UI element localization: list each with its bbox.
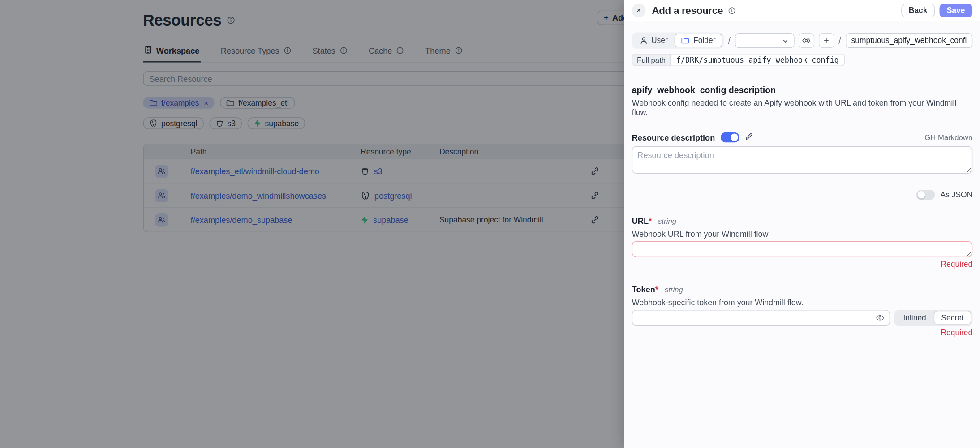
new-folder-button[interactable]: + xyxy=(819,33,834,48)
resource-type-description-heading: apify_webhook_config description xyxy=(632,85,972,95)
close-icon[interactable]: × xyxy=(632,4,646,17)
eye-icon xyxy=(802,37,811,44)
user-icon xyxy=(640,37,648,44)
resource-description-row: Resource description GH Markdown xyxy=(632,132,972,142)
add-resource-drawer: × Add a resource Back Save User xyxy=(624,0,980,448)
full-path-value: f/DRK/sumptuous_apify_webhook_config xyxy=(670,54,845,66)
as-json-label: As JSON xyxy=(941,191,973,200)
token-required-error: Required xyxy=(632,329,972,337)
full-path: Full path f/DRK/sumptuous_apify_webhook_… xyxy=(632,54,845,66)
owner-kind-toggle: User Folder xyxy=(632,33,724,49)
token-field-label: Token* xyxy=(632,285,658,294)
owner-user-option[interactable]: User xyxy=(633,34,675,47)
markdown-hint: GH Markdown xyxy=(924,133,972,142)
url-field-help: Webhook URL from your Windmill flow. xyxy=(632,229,972,239)
owner-folder-option[interactable]: Folder xyxy=(675,34,722,47)
url-input[interactable] xyxy=(632,241,972,257)
resource-description-textarea[interactable] xyxy=(632,146,972,174)
path-builder: User Folder / + / xyxy=(632,33,972,49)
required-asterisk: * xyxy=(655,285,658,294)
drawer-title: Add a resource xyxy=(652,4,723,16)
token-input[interactable] xyxy=(637,313,876,323)
drawer-header: × Add a resource Back Save xyxy=(624,0,980,21)
token-storage-toggle: Inlined Secret xyxy=(894,310,972,326)
as-json-toggle[interactable] xyxy=(916,190,935,200)
token-field-label-row: Token* string xyxy=(632,285,972,294)
plus-icon: + xyxy=(824,36,829,46)
token-field-help: Webhook-specific token from your Windmil… xyxy=(632,298,972,307)
token-row: Inlined Secret xyxy=(632,310,972,326)
secret-option[interactable]: Secret xyxy=(934,311,971,325)
inlined-option[interactable]: Inlined xyxy=(896,311,934,325)
as-json-row: As JSON xyxy=(632,190,972,200)
info-icon xyxy=(728,7,735,14)
required-asterisk: * xyxy=(649,216,652,226)
full-path-label: Full path xyxy=(632,54,670,66)
folder-select[interactable] xyxy=(735,33,795,48)
path-separator: / xyxy=(838,36,841,46)
url-field-type: string xyxy=(658,217,676,226)
token-input-box xyxy=(632,310,890,326)
folder-icon xyxy=(682,37,690,44)
save-button[interactable]: Save xyxy=(939,4,972,17)
view-folder-button[interactable] xyxy=(799,33,814,48)
resource-type-description-text: Webhook config needed to create an Apify… xyxy=(632,98,972,117)
screen: Resources + Add Workspace Resource Types xyxy=(0,0,980,448)
description-edit-toggle[interactable] xyxy=(721,132,739,142)
url-required-error: Required xyxy=(632,260,972,269)
resource-description-label: Resource description xyxy=(632,133,715,142)
url-field-label-row: URL* string xyxy=(632,216,972,226)
eye-icon[interactable] xyxy=(876,314,885,322)
path-separator: / xyxy=(728,36,730,46)
back-button[interactable]: Back xyxy=(901,4,935,17)
chevron-down-icon xyxy=(782,37,788,44)
resource-name-input[interactable] xyxy=(845,33,972,48)
token-field-type: string xyxy=(665,286,683,294)
url-field-label: URL* xyxy=(632,216,652,226)
pencil-icon xyxy=(745,132,753,142)
